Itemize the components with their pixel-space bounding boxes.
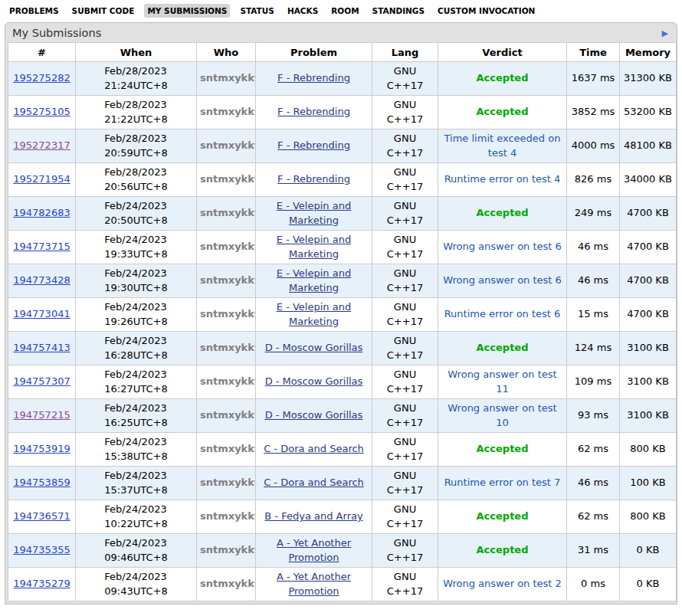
submission-verdict: Accepted (477, 106, 529, 117)
submission-date: Feb/24/2023 (104, 469, 167, 483)
submission-id-link[interactable]: 194735279 (13, 578, 70, 589)
submission-lang: GNU C++17 (386, 165, 425, 193)
menu-item-hacks[interactable]: HACKS (284, 4, 321, 18)
submission-author-link[interactable]: sntmxykky (200, 173, 256, 185)
submission-id-link[interactable]: 194735355 (13, 544, 70, 555)
problem-link[interactable]: C - Dora and Search (264, 443, 364, 454)
submission-memory: 3100 KB (627, 342, 669, 353)
submission-when: Feb/24/2023 19:30UTC+8 (104, 267, 167, 294)
submission-date: Feb/24/2023 (104, 435, 167, 449)
submission-id-link[interactable]: 194782683 (13, 207, 70, 218)
submission-exec-time: 62 ms (578, 443, 608, 454)
submission-when: Feb/28/2023 20:56UTC+8 (104, 165, 167, 193)
submission-author-link[interactable]: sntmxykky (200, 409, 256, 421)
problem-link[interactable]: F - Rebrending (277, 139, 350, 151)
submission-author-link[interactable]: sntmxykky (200, 544, 256, 555)
submission-lang: GNU C++17 (386, 401, 425, 429)
problem-link[interactable]: D - Moscow Gorillas (265, 409, 363, 421)
submission-id-link[interactable]: 194757215 (13, 409, 70, 421)
submission-memory: 0 KB (637, 544, 660, 555)
submission-id-link[interactable]: 194757307 (13, 375, 70, 387)
submission-lang: GNU C++17 (386, 570, 425, 598)
submission-id-link[interactable]: 195271954 (13, 173, 70, 185)
submission-id-link[interactable]: 195272317 (13, 139, 70, 151)
submission-author-link[interactable]: sntmxykky (200, 342, 256, 353)
submission-when: Feb/24/2023 15:37UTC+8 (104, 469, 167, 496)
submission-date: Feb/24/2023 (104, 536, 167, 550)
submission-verdict: Wrong answer on test 2 (443, 578, 562, 589)
problem-link[interactable]: F - Rebrending (277, 173, 350, 185)
menu-item-problems[interactable]: PROBLEMS (6, 4, 62, 18)
submission-id-link[interactable]: 194773428 (13, 274, 70, 286)
problem-link[interactable]: A - Yet Another Promotion (277, 571, 351, 596)
submission-id-link[interactable]: 194753919 (13, 443, 70, 454)
submission-lang: GNU C++17 (386, 98, 425, 126)
problem-link[interactable]: E - Velepin and Marketing (277, 234, 351, 259)
problem-link[interactable]: F - Rebrending (277, 72, 350, 84)
menu-item-custom-invocation[interactable]: CUSTOM INVOCATION (434, 4, 538, 18)
problem-link[interactable]: E - Velepin and Marketing (277, 267, 351, 293)
submission-author-link[interactable]: sntmxykky (200, 375, 256, 387)
menu-item-my-submissions[interactable]: MY SUBMISSIONS (144, 4, 230, 18)
submission-author-link[interactable]: sntmxykky (200, 308, 256, 319)
submission-time-of-day: 19:30UTC+8 (104, 281, 167, 295)
problem-link[interactable]: D - Moscow Gorillas (265, 375, 363, 387)
problem-link[interactable]: A - Yet Another Promotion (277, 537, 351, 562)
menu-item-status[interactable]: STATUS (237, 4, 277, 18)
submission-when: Feb/24/2023 16:28UTC+8 (104, 334, 167, 362)
submission-when: Feb/24/2023 16:25UTC+8 (104, 401, 167, 429)
submission-verdict: Accepted (477, 443, 529, 454)
submission-row: 195275282 Feb/28/2023 21:24UTC+8 sntmxyk… (8, 62, 677, 96)
submission-memory: 3100 KB (627, 375, 669, 387)
submission-exec-time: 46 ms (578, 274, 608, 286)
submission-verdict: Wrong answer on test 6 (443, 241, 562, 252)
submission-verdict: Time limit exceeded on test 4 (444, 133, 561, 158)
submission-lang: GNU C++17 (386, 469, 425, 496)
problem-link[interactable]: E - Velepin and Marketing (277, 301, 351, 326)
submission-author-link[interactable]: sntmxykky (200, 106, 256, 117)
submission-when: Feb/28/2023 20:59UTC+8 (104, 132, 167, 159)
submission-author-link[interactable]: sntmxykky (200, 139, 256, 151)
submission-author-link[interactable]: sntmxykky (200, 443, 256, 454)
submission-id-link[interactable]: 194773041 (13, 308, 70, 319)
problem-link[interactable]: C - Dora and Search (264, 477, 364, 488)
submission-row: 194735279 Feb/24/2023 09:43UTC+8 sntmxyk… (8, 568, 677, 601)
submission-author-link[interactable]: sntmxykky (200, 241, 256, 252)
problem-link[interactable]: E - Velepin and Marketing (277, 200, 351, 225)
submission-id-link[interactable]: 194736571 (13, 510, 70, 522)
submission-id-link[interactable]: 194773715 (13, 241, 70, 252)
submission-date: Feb/28/2023 (104, 64, 167, 78)
submission-verdict: Accepted (477, 342, 529, 353)
problem-link[interactable]: D - Moscow Gorillas (265, 342, 363, 353)
menu-item-room[interactable]: ROOM (328, 4, 362, 18)
submission-author-link[interactable]: sntmxykky (200, 477, 256, 488)
submission-id-link[interactable]: 195275282 (13, 72, 70, 84)
submission-verdict: Accepted (477, 72, 529, 84)
submission-author-link[interactable]: sntmxykky (200, 510, 256, 522)
submission-row: 194735355 Feb/24/2023 09:46UTC+8 sntmxyk… (8, 534, 677, 568)
submission-time-of-day: 19:26UTC+8 (104, 315, 167, 329)
submission-exec-time: 826 ms (575, 173, 612, 185)
submission-exec-time: 249 ms (575, 207, 612, 218)
column-header-problem: Problem (256, 43, 372, 62)
submission-row: 195272317 Feb/28/2023 20:59UTC+8 sntmxyk… (8, 129, 677, 163)
submission-id-link[interactable]: 194753859 (13, 477, 70, 488)
submission-author-link[interactable]: sntmxykky (200, 72, 256, 84)
submission-author-link[interactable]: sntmxykky (200, 207, 256, 218)
menu-item-standings[interactable]: STANDINGS (369, 4, 428, 18)
collapse-arrow-icon[interactable]: ▶ (661, 28, 670, 39)
column-header-who: Who (197, 43, 256, 62)
submission-id-link[interactable]: 195275105 (13, 106, 70, 117)
submission-time-of-day: 16:25UTC+8 (104, 416, 167, 430)
problem-link[interactable]: F - Rebrending (277, 106, 350, 117)
submission-author-link[interactable]: sntmxykky (200, 578, 256, 589)
submission-date: Feb/24/2023 (104, 300, 167, 314)
menu-item-submit-code[interactable]: SUBMIT CODE (69, 4, 138, 18)
submission-lang: GNU C++17 (386, 503, 425, 530)
submission-author-link[interactable]: sntmxykky (200, 274, 256, 286)
problem-link[interactable]: B - Fedya and Array (264, 510, 362, 522)
submission-id-link[interactable]: 194757413 (13, 342, 70, 353)
submission-verdict: Runtime error on test 6 (444, 308, 561, 319)
submission-row: 194757307 Feb/24/2023 16:27UTC+8 sntmxyk… (8, 365, 677, 399)
submission-time-of-day: 21:24UTC+8 (104, 79, 167, 93)
